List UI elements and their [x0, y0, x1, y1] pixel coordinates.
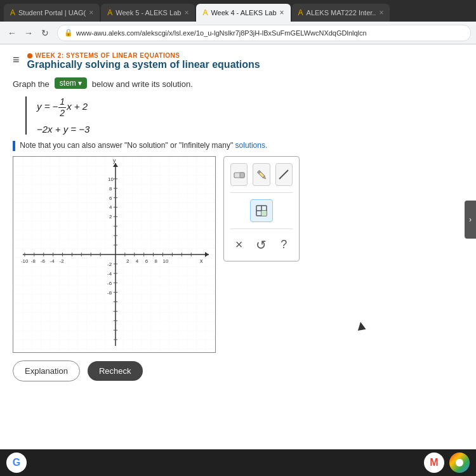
svg-text:6: 6 [145, 258, 149, 264]
tab-icon-2: A [107, 8, 112, 17]
work-area: x y -10 -8 -6 -4 -2 2 4 6 8 10 10 [13, 156, 463, 353]
graph-svg[interactable]: x y -10 -8 -6 -4 -2 2 4 6 8 10 10 [13, 157, 215, 352]
eraser-tool[interactable] [230, 163, 248, 186]
tab-close-2[interactable]: × [184, 8, 188, 17]
chrome-inner-circle [456, 459, 463, 466]
delete-button[interactable]: × [230, 235, 248, 255]
stem-dropdown[interactable]: stem ▾ [55, 77, 87, 89]
svg-text:2: 2 [109, 214, 112, 220]
tab-label-4: ALEKS MAT222 Inter.. [307, 9, 376, 17]
svg-line-66 [279, 170, 288, 179]
tab-close-1[interactable]: × [89, 8, 93, 17]
nav-buttons: ← → ↻ [5, 26, 52, 40]
browser-chrome: A Student Portal | UAG( × A Week 5 - ALE… [0, 0, 476, 44]
svg-text:10: 10 [108, 176, 114, 182]
graph-container[interactable]: x y -10 -8 -6 -4 -2 2 4 6 8 10 10 [13, 156, 216, 353]
note-text: Note that you can also answer "No soluti… [13, 141, 463, 151]
tab-icon-1: A [10, 8, 15, 17]
tool-divider-2 [230, 228, 293, 229]
svg-rect-62 [240, 173, 244, 178]
week-label: WEEK 2: SYSTEMS OF LINEAR EQUATIONS [27, 52, 260, 59]
chevron-down-icon: ▾ [78, 79, 82, 88]
svg-text:y: y [113, 157, 116, 164]
svg-text:2: 2 [126, 258, 129, 264]
tab-icon-4: A [298, 8, 303, 17]
help-button[interactable]: ? [275, 235, 293, 255]
forward-button[interactable]: → [22, 26, 36, 40]
tab-bar: A Student Portal | UAG( × A Week 5 - ALE… [0, 0, 476, 22]
side-tab[interactable]: › [465, 201, 476, 239]
svg-text:-6: -6 [41, 258, 46, 264]
svg-text:-6: -6 [107, 280, 112, 286]
instruction-row: Graph the stem ▾ below and write its sol… [13, 76, 463, 90]
svg-text:6: 6 [109, 195, 112, 201]
tab-week5[interactable]: A Week 5 - ALEKS Lab × [101, 4, 195, 22]
explanation-button[interactable]: Explanation [13, 360, 80, 381]
line-tool[interactable] [275, 163, 293, 186]
page-content: ≡ WEEK 2: SYSTEMS OF LINEAR EQUATIONS Gr… [0, 44, 476, 476]
side-tab-icon: › [469, 215, 472, 224]
header-text: WEEK 2: SYSTEMS OF LINEAR EQUATIONS Grap… [27, 52, 260, 70]
svg-text:-4: -4 [50, 258, 55, 264]
svg-text:10: 10 [163, 258, 169, 264]
google-icon[interactable]: G [6, 453, 27, 473]
table-tool[interactable] [250, 199, 273, 222]
cursor-arrow: ▲ [353, 316, 369, 334]
tab-close-4[interactable]: × [379, 8, 383, 17]
dropdown-label: stem [60, 79, 76, 88]
page-title: Graphically solving a system of linear e… [27, 59, 260, 70]
svg-text:-10: -10 [21, 258, 29, 264]
tool-row-2 [230, 199, 293, 222]
recheck-button[interactable]: Recheck [88, 361, 143, 381]
tab-week4[interactable]: A Week 4 - ALEKS Lab × [196, 4, 290, 22]
svg-text:x: x [200, 258, 203, 264]
lock-icon: 🔒 [64, 29, 73, 37]
equation-2: −2x + y = −3 [37, 124, 463, 135]
instruction-text-2: below and write its solution. [92, 79, 193, 89]
gmail-icon[interactable]: M [424, 453, 444, 473]
svg-text:-2: -2 [60, 258, 65, 264]
svg-text:8: 8 [109, 185, 112, 191]
instruction-text: Graph the [13, 79, 50, 89]
url-text: www-awu.aleks.com/alekscgi/x/lsl.exe/1o_… [76, 29, 367, 37]
taskbar: G M [0, 449, 476, 476]
hamburger-menu[interactable]: ≡ [13, 53, 20, 67]
svg-text:4: 4 [109, 204, 112, 210]
svg-text:-8: -8 [107, 289, 112, 295]
undo-button[interactable]: ↺ [253, 235, 270, 255]
tab-icon-3: A [202, 8, 208, 17]
svg-text:-2: -2 [107, 261, 112, 267]
pencil-tool[interactable] [253, 163, 270, 186]
tab-close-3[interactable]: × [280, 8, 284, 17]
svg-text:8: 8 [155, 258, 158, 264]
chrome-icon[interactable] [449, 453, 470, 473]
back-button[interactable]: ← [5, 26, 19, 40]
week-label-text: WEEK 2: SYSTEMS OF LINEAR EQUATIONS [36, 52, 180, 59]
svg-rect-70 [261, 211, 267, 216]
equation-1: y = − 1 2 x + 2 [37, 96, 463, 119]
tool-row-1 [230, 163, 293, 186]
tab-label-2: Week 5 - ALEKS Lab [116, 9, 181, 17]
tool-action-row: × ↺ ? [230, 235, 293, 255]
equation-box: y = − 1 2 x + 2 −2x + y = −3 [25, 96, 463, 135]
gmail-label: M [430, 457, 438, 468]
bottom-bar: Explanation Recheck [13, 360, 463, 381]
tool-divider-1 [230, 192, 293, 193]
google-label: G [13, 457, 20, 468]
tools-panel: × ↺ ? [223, 156, 300, 261]
tab-label-3: Week 4 - ALEKS Lab [211, 9, 276, 17]
blue-bar-indicator [13, 141, 15, 151]
solutions-link[interactable]: solutions. [235, 141, 268, 150]
svg-text:4: 4 [136, 258, 139, 264]
tab-student-portal[interactable]: A Student Portal | UAG( × [4, 4, 100, 22]
url-bar[interactable]: 🔒 www-awu.aleks.com/alekscgi/x/lsl.exe/1… [57, 25, 471, 41]
week-dot [27, 53, 32, 58]
page-header: ≡ WEEK 2: SYSTEMS OF LINEAR EQUATIONS Gr… [13, 52, 463, 70]
reload-button[interactable]: ↻ [38, 26, 52, 40]
svg-text:-4: -4 [107, 270, 112, 276]
tab-aleks-mat[interactable]: A ALEKS MAT222 Inter.. × [292, 4, 390, 22]
aleks-container: ≡ WEEK 2: SYSTEMS OF LINEAR EQUATIONS Gr… [0, 44, 476, 476]
svg-text:-8: -8 [31, 258, 36, 264]
tab-label-1: Student Portal | UAG( [18, 9, 86, 17]
address-bar: ← → ↻ 🔒 www-awu.aleks.com/alekscgi/x/lsl… [0, 22, 476, 44]
